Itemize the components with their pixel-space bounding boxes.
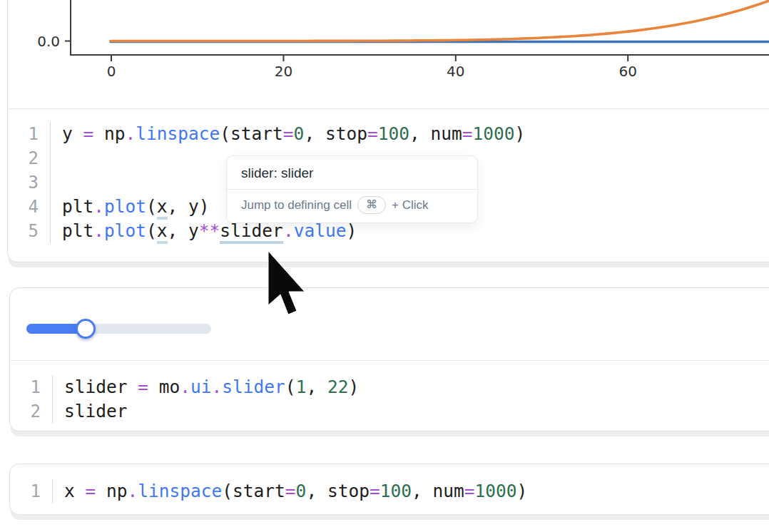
code-token: = <box>86 481 96 501</box>
svg-text:40: 40 <box>447 63 464 80</box>
code-token: , <box>306 377 327 397</box>
code-token: ) <box>348 377 359 397</box>
code-token: ( <box>285 377 296 397</box>
line-number: 4 <box>8 195 51 219</box>
code-line: 1x = np.linspace(start=0, stop=100, num=… <box>10 479 769 503</box>
code-token: = <box>285 481 296 501</box>
code-token: . <box>212 377 223 397</box>
slider-output-area <box>10 288 769 361</box>
code-token: (start <box>222 481 285 501</box>
code-token: ( <box>146 196 157 217</box>
cell-slider: 1slider = mo.ui.slider(1, 22)2slider <box>9 287 769 431</box>
code-token: plt <box>62 196 93 217</box>
variable-tooltip: slider: slider Jump to defining cell ⌘ +… <box>226 155 478 223</box>
code-token: slider <box>64 377 138 397</box>
code-text <box>51 170 62 195</box>
code-token: 0 <box>296 481 307 501</box>
line-number: 1 <box>10 479 53 503</box>
code-token: ) <box>514 123 525 144</box>
code-text <box>51 146 62 170</box>
command-key-icon: ⌘ <box>357 196 386 214</box>
code-text: slider = mo.ui.slider(1, 22) <box>53 375 359 399</box>
svg-text:0.0: 0.0 <box>37 33 60 50</box>
line-number: 3 <box>8 170 51 195</box>
code-token: mo <box>148 377 180 397</box>
code-token: ( <box>146 220 157 241</box>
mouse-cursor <box>268 250 310 320</box>
code-token: = <box>138 377 148 397</box>
code-token: . <box>283 220 294 241</box>
code-token: . <box>180 377 190 397</box>
line-number: 1 <box>8 122 51 146</box>
code-token: 1000 <box>472 123 514 144</box>
code-token: 0 <box>294 123 305 144</box>
code-text: slider <box>53 399 128 424</box>
code-line: 1y = np.linspace(start=0, stop=100, num=… <box>8 122 769 146</box>
code-token: . <box>93 196 104 217</box>
code-token: x <box>157 196 168 220</box>
slider-thumb[interactable] <box>76 319 96 339</box>
code-token: slider <box>64 401 128 421</box>
code-editor-slider[interactable]: 1slider = mo.ui.slider(1, 22)2slider <box>10 361 769 431</box>
code-token: 22 <box>327 377 349 397</box>
cell-x-definition: 1x = np.linspace(start=0, stop=100, num=… <box>9 464 769 515</box>
code-text: x = np.linspace(start=0, stop=100, num=1… <box>53 479 527 503</box>
tooltip-suffix: + Click <box>392 198 428 213</box>
code-token: np <box>96 481 127 501</box>
code-token: slider <box>220 220 283 244</box>
code-token: = <box>462 123 473 144</box>
code-token: , y <box>168 220 199 241</box>
code-token: = <box>83 123 94 144</box>
code-line: 1slider = mo.ui.slider(1, 22) <box>10 375 769 399</box>
code-token: x <box>64 481 86 501</box>
code-token: ) <box>516 481 527 501</box>
code-token: 1000 <box>474 481 516 501</box>
notebook-page: 0.00204060 1y = np.linspace(start=0, sto… <box>0 0 769 532</box>
svg-text:20: 20 <box>275 63 292 80</box>
code-token: 100 <box>378 123 409 144</box>
code-token: . <box>93 220 104 241</box>
svg-text:60: 60 <box>618 63 636 80</box>
code-token: , num <box>412 481 464 501</box>
code-text: y = np.linspace(start=0, stop=100, num=1… <box>51 122 525 146</box>
code-token: = <box>370 481 380 501</box>
code-token: = <box>367 123 378 144</box>
slider-track[interactable] <box>26 324 211 334</box>
code-token: . <box>128 481 138 501</box>
code-token: = <box>283 123 294 144</box>
code-token: plt <box>62 220 93 241</box>
code-token: plot <box>104 196 146 217</box>
tooltip-hint: Jump to defining cell ⌘ + Click <box>227 190 477 214</box>
code-token: , stop <box>306 481 370 501</box>
code-token: linspace <box>136 123 220 144</box>
code-token: slider <box>222 377 285 397</box>
code-token: = <box>464 481 475 501</box>
code-text: plt.plot(x, y) <box>51 195 210 219</box>
code-token: ** <box>199 220 220 241</box>
code-editor-x[interactable]: 1x = np.linspace(start=0, stop=100, num=… <box>10 464 769 513</box>
code-line: 2slider <box>10 399 769 424</box>
code-token: , y) <box>168 196 210 217</box>
line-number: 2 <box>8 146 51 170</box>
code-token: linspace <box>138 481 222 501</box>
code-token: np <box>93 123 125 144</box>
line-number: 1 <box>10 375 53 399</box>
line-chart: 0.00204060 <box>0 0 769 109</box>
code-token: 1 <box>296 377 307 397</box>
line-number: 5 <box>8 219 51 243</box>
tooltip-action-label: Jump to defining cell <box>241 198 352 213</box>
code-token: ui <box>190 377 212 397</box>
code-token: , stop <box>304 123 367 144</box>
code-token: plot <box>104 220 146 241</box>
code-token: , num <box>409 123 462 144</box>
code-token: . <box>126 123 136 144</box>
code-token: 100 <box>380 481 412 501</box>
svg-text:0: 0 <box>107 63 116 80</box>
line-number: 2 <box>10 399 53 424</box>
code-token: x <box>157 220 168 244</box>
tooltip-title: slider: slider <box>227 156 477 190</box>
code-token: y <box>62 123 83 144</box>
code-token: ) <box>346 220 357 241</box>
code-token: (start <box>220 123 283 144</box>
code-token: value <box>294 220 347 241</box>
